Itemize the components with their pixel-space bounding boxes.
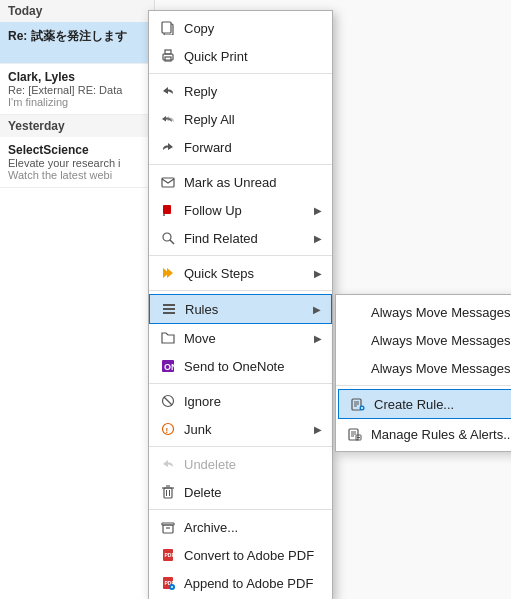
move-arrow: ▶: [314, 333, 322, 344]
quickprint-label: Quick Print: [184, 49, 322, 64]
svg-rect-3: [165, 50, 171, 54]
svg-rect-40: [163, 525, 173, 533]
menu-item-undelete: Undelete: [149, 450, 332, 478]
sep-5: [149, 383, 332, 384]
quicksteps-arrow: ▶: [314, 268, 322, 279]
alwaysmoveto2-label: Always Move Messages To:: [371, 361, 511, 376]
menu-item-junk[interactable]: ! Junk ▶: [149, 415, 332, 443]
email-preview-2: I'm finalizing: [8, 96, 146, 108]
replyall-icon: [159, 110, 177, 128]
rules-icon: [160, 300, 178, 318]
managerules-label: Manage Rules & Alerts...: [371, 427, 511, 442]
findrelated-icon: [159, 229, 177, 247]
email-item-3[interactable]: SelectScience Elevate your research i Wa…: [0, 137, 154, 188]
markunread-icon: [159, 173, 177, 191]
followup-arrow: ▶: [314, 205, 322, 216]
converttopdf-label: Convert to Adobe PDF: [184, 548, 322, 563]
menu-item-appendtopdf[interactable]: PDF Append to Adobe PDF: [149, 569, 332, 597]
svg-text:ON: ON: [164, 362, 175, 372]
svg-rect-12: [163, 304, 175, 306]
alwaysmoveto2-icon: [346, 359, 364, 377]
quicksteps-label: Quick Steps: [184, 266, 310, 281]
menu-item-replyall[interactable]: Reply All: [149, 105, 332, 133]
delete-icon: [159, 483, 177, 501]
menu-item-forward[interactable]: Forward: [149, 133, 332, 161]
junk-arrow: ▶: [314, 424, 322, 435]
createrule-icon: [349, 395, 367, 413]
menu-item-move[interactable]: Move ▶: [149, 324, 332, 352]
appendtopdf-icon: PDF: [159, 574, 177, 592]
sep-1: [149, 73, 332, 74]
undelete-icon: [159, 455, 177, 473]
appendtopdf-label: Append to Adobe PDF: [184, 576, 322, 591]
menu-item-markunread[interactable]: Mark as Unread: [149, 168, 332, 196]
copy-label: Copy: [184, 21, 322, 36]
menu-item-sendtoonenote[interactable]: ON Send to OneNote: [149, 352, 332, 380]
menu-item-findrelated[interactable]: Find Related ▶: [149, 224, 332, 252]
menu-item-converttopdf[interactable]: PDF Convert to Adobe PDF: [149, 541, 332, 569]
alwaysmoveto1-icon: [346, 331, 364, 349]
submenu-item-alwaysmoveto2[interactable]: Always Move Messages To:: [336, 354, 511, 382]
svg-rect-6: [163, 205, 171, 214]
svg-rect-1: [162, 22, 171, 33]
rules-submenu: Always Move Messages Fro... Always Move …: [335, 294, 511, 452]
email-sender-3: SelectScience: [8, 143, 146, 157]
rules-arrow: ▶: [313, 304, 321, 315]
quicksteps-icon: [159, 264, 177, 282]
menu-item-followup[interactable]: Follow Up ▶: [149, 196, 332, 224]
svg-rect-4: [165, 57, 171, 61]
email-item-1[interactable]: Re: 試薬を発注します: [0, 22, 154, 64]
createrule-label: Create Rule...: [374, 397, 454, 412]
sep-2: [149, 164, 332, 165]
menu-item-rules[interactable]: Rules ▶ Always Move Messages Fro... Alwa…: [149, 294, 332, 324]
submenu-item-managerules[interactable]: Manage Rules & Alerts...: [336, 420, 511, 448]
submenu-item-alwaysmovefrom[interactable]: Always Move Messages Fro...: [336, 298, 511, 326]
copy-icon: [159, 19, 177, 37]
email-item-2[interactable]: Clark, Lyles Re: [External] RE: Data I'm…: [0, 64, 154, 115]
forward-label: Forward: [184, 140, 322, 155]
email-subject-3: Elevate your research i: [8, 157, 146, 169]
reply-icon: [159, 82, 177, 100]
menu-item-reply[interactable]: Reply: [149, 77, 332, 105]
menu-item-copy[interactable]: Copy: [149, 14, 332, 42]
menu-item-ignore[interactable]: Ignore: [149, 387, 332, 415]
move-icon: [159, 329, 177, 347]
sep-4: [149, 290, 332, 291]
svg-text:!: !: [166, 426, 169, 435]
svg-line-9: [170, 240, 174, 244]
archive-icon: [159, 518, 177, 536]
menu-item-quickprint[interactable]: Quick Print: [149, 42, 332, 70]
svg-line-31: [164, 397, 172, 405]
managerules-icon: [346, 425, 364, 443]
reply-label: Reply: [184, 84, 322, 99]
ignore-icon: [159, 392, 177, 410]
svg-marker-11: [167, 268, 173, 278]
forward-icon: [159, 138, 177, 156]
converttopdf-icon: PDF: [159, 546, 177, 564]
quickprint-icon: [159, 47, 177, 65]
section-yesterday: Yesterday: [0, 115, 154, 137]
followup-icon: [159, 201, 177, 219]
section-today: Today: [0, 0, 154, 22]
menu-item-delete[interactable]: Delete: [149, 478, 332, 506]
submenu-item-createrule[interactable]: Create Rule...: [338, 389, 511, 419]
alwaysmovefrom-icon: [346, 303, 364, 321]
svg-rect-14: [163, 312, 175, 314]
submenu-item-alwaysmoveto1[interactable]: Always Move Messages To:: [336, 326, 511, 354]
submenu-sep: [336, 385, 511, 386]
email-preview-1: [8, 45, 146, 57]
context-menu: Copy Quick Print Reply Reply: [148, 10, 333, 599]
sep-7: [149, 509, 332, 510]
ignore-label: Ignore: [184, 394, 322, 409]
findrelated-arrow: ▶: [314, 233, 322, 244]
svg-rect-34: [164, 488, 172, 498]
sep-6: [149, 446, 332, 447]
menu-item-quicksteps[interactable]: Quick Steps ▶: [149, 259, 332, 287]
menu-item-archive[interactable]: Archive...: [149, 513, 332, 541]
email-preview-3: Watch the latest webi: [8, 169, 146, 181]
email-subject-2: Re: [External] RE: Data: [8, 84, 146, 96]
markunread-label: Mark as Unread: [184, 175, 322, 190]
move-label: Move: [184, 331, 310, 346]
alwaysmoveto1-label: Always Move Messages To:: [371, 333, 511, 348]
undelete-label: Undelete: [184, 457, 322, 472]
